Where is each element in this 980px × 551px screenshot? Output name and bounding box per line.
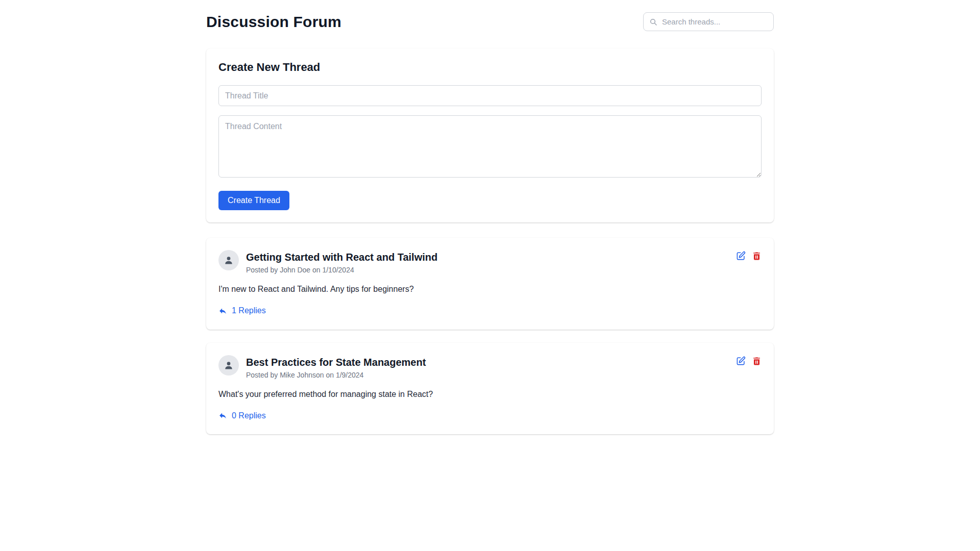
thread-header: Getting Started with React and Tailwind … <box>218 250 762 274</box>
search-box <box>643 12 774 31</box>
thread-title: Best Practices for State Management <box>246 356 426 368</box>
replies-count-label: 0 Replies <box>232 411 266 420</box>
trash-icon <box>752 251 762 261</box>
thread-body: What's your preferred method for managin… <box>218 388 762 400</box>
thread-card: Getting Started with React and Tailwind … <box>206 238 774 330</box>
person-icon <box>224 360 234 370</box>
create-thread-heading: Create New Thread <box>218 61 762 74</box>
thread-meta: Posted by Mike Johnson on 1/9/2024 <box>246 371 426 379</box>
thread-title: Getting Started with React and Tailwind <box>246 251 437 263</box>
create-thread-button[interactable]: Create Thread <box>218 191 289 210</box>
edit-icon <box>736 356 746 366</box>
reply-icon <box>218 411 227 420</box>
thread-title-input[interactable] <box>218 85 762 106</box>
edit-thread-button[interactable] <box>736 356 746 366</box>
page-title: Discussion Forum <box>206 13 341 31</box>
thread-card: Best Practices for State Management Post… <box>206 343 774 435</box>
edit-icon <box>736 251 746 261</box>
thread-title-block: Getting Started with React and Tailwind … <box>246 250 437 274</box>
thread-actions <box>736 356 762 366</box>
page-header: Discussion Forum <box>206 12 774 31</box>
main-container: Discussion Forum Create New Thread Creat… <box>204 0 776 468</box>
thread-body: I'm new to React and Tailwind. Any tips … <box>218 283 762 295</box>
replies-count-label: 1 Replies <box>232 306 266 315</box>
trash-icon <box>752 356 762 366</box>
edit-thread-button[interactable] <box>736 251 746 261</box>
thread-meta: Posted by John Doe on 1/10/2024 <box>246 266 437 274</box>
search-input[interactable] <box>643 12 774 31</box>
thread-header: Best Practices for State Management Post… <box>218 355 762 379</box>
delete-thread-button[interactable] <box>752 356 762 366</box>
replies-link[interactable]: 1 Replies <box>218 306 266 315</box>
thread-title-block: Best Practices for State Management Post… <box>246 355 426 379</box>
thread-header-left: Getting Started with React and Tailwind … <box>218 250 437 274</box>
avatar <box>218 355 239 375</box>
avatar <box>218 250 239 270</box>
discussion-forum-page: Discussion Forum Create New Thread Creat… <box>0 0 980 551</box>
thread-content-textarea[interactable] <box>218 115 762 178</box>
person-icon <box>224 255 234 265</box>
thread-header-left: Best Practices for State Management Post… <box>218 355 426 379</box>
reply-icon <box>218 307 227 315</box>
delete-thread-button[interactable] <box>752 251 762 261</box>
search-icon <box>649 18 657 26</box>
thread-actions <box>736 251 762 261</box>
create-thread-card: Create New Thread Create Thread <box>206 48 774 222</box>
replies-link[interactable]: 0 Replies <box>218 411 266 420</box>
